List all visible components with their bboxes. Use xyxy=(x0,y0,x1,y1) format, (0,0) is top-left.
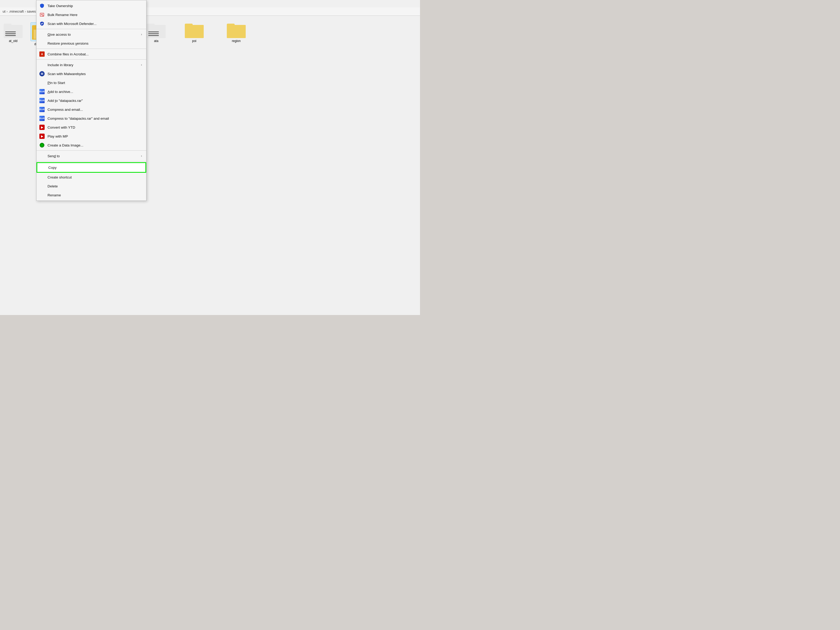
folder-icon-poi xyxy=(185,22,204,38)
copy-icon xyxy=(40,164,46,171)
file-icon-poi[interactable]: poi xyxy=(181,22,207,43)
menu-item-include-library[interactable]: Include in library › xyxy=(36,60,146,69)
menu-item-delete[interactable]: Delete xyxy=(36,182,146,191)
menu-item-restore-versions[interactable]: Restore previous versions xyxy=(36,39,146,48)
compress-datapacks-email-label: Compress to "datapacks.rar" and email xyxy=(47,117,142,120)
shield-icon xyxy=(39,3,45,9)
breadcrumb-partial: ut xyxy=(3,9,6,13)
create-data-image-label: Create a Data Image... xyxy=(47,143,142,147)
folder-icon-ata xyxy=(147,22,166,38)
rename-label: Rename xyxy=(47,193,142,197)
data-image-icon xyxy=(39,142,45,148)
menu-item-give-access[interactable]: Give access to › xyxy=(36,30,146,39)
rename-label-icon xyxy=(39,192,45,198)
delete-icon xyxy=(39,183,45,189)
combine-acrobat-label: Combine files in Acrobat... xyxy=(47,52,142,56)
file-icon-at-old[interactable]: at_old xyxy=(0,22,26,43)
restore-versions-icon xyxy=(39,40,45,46)
menu-item-add-datapacks-rar[interactable]: RAR Add to "datapacks.rar" xyxy=(36,96,146,105)
scan-malwarebytes-label: Scan with Malwarebytes xyxy=(47,72,142,76)
context-menu: Take Ownership A Bulk Rename Here Scan w… xyxy=(36,0,147,201)
separator-2 xyxy=(36,49,146,49)
separator-4 xyxy=(36,150,146,151)
defender-icon xyxy=(39,21,45,27)
create-shortcut-label: Create shortcut xyxy=(47,175,142,179)
acrobat-icon: A xyxy=(39,51,45,57)
separator-5 xyxy=(36,161,146,161)
play-mp-icon: ▶ xyxy=(39,133,45,139)
include-library-icon xyxy=(39,62,45,68)
file-icon-region[interactable]: region xyxy=(223,22,249,43)
folder-icon-at-old xyxy=(4,22,22,38)
copy-label: Copy xyxy=(48,166,141,170)
menu-item-create-shortcut[interactable]: Create shortcut xyxy=(36,173,146,182)
breadcrumb-separator2: › xyxy=(25,9,26,13)
compress-email-label: Compress and email... xyxy=(47,107,142,112)
menu-item-send-to[interactable]: Send to › xyxy=(36,152,146,160)
restore-versions-label: Restore previous versions xyxy=(47,41,142,46)
menu-item-rename[interactable]: Rename xyxy=(36,191,146,199)
separator-1 xyxy=(36,29,146,29)
breadcrumb-saves[interactable]: saves xyxy=(27,9,36,13)
take-ownership-label: Take Ownership xyxy=(47,4,142,8)
add-archive-label: Add to archive... xyxy=(47,90,142,94)
pin-start-icon xyxy=(39,80,45,85)
menu-item-compress-datapacks-email[interactable]: RAR Compress to "datapacks.rar" and emai… xyxy=(36,114,146,123)
menu-item-convert-ytd[interactable]: ▶ Convert with YTD xyxy=(36,123,146,132)
menu-item-play-mp[interactable]: ▶ Play with MP xyxy=(36,132,146,141)
file-label-region: region xyxy=(232,39,240,43)
menu-item-scan-malwarebytes[interactable]: M Scan with Malwarebytes xyxy=(36,69,146,78)
malwarebytes-icon: M xyxy=(39,71,45,77)
compress-datapacks-email-icon: RAR xyxy=(39,115,45,121)
menu-item-combine-acrobat[interactable]: A Combine files in Acrobat... xyxy=(36,50,146,58)
rename-icon: A xyxy=(39,12,45,17)
give-access-arrow: › xyxy=(141,33,142,36)
menu-item-scan-defender[interactable]: Scan with Microsoft Defender... xyxy=(36,19,146,28)
breadcrumb-separator: › xyxy=(6,9,8,13)
add-archive-icon: RAR xyxy=(39,89,45,95)
separator-3 xyxy=(36,59,146,60)
convert-ytd-label: Convert with YTD xyxy=(47,125,142,129)
scan-defender-label: Scan with Microsoft Defender... xyxy=(47,22,142,26)
menu-item-create-data-image[interactable]: Create a Data Image... xyxy=(36,141,146,150)
create-shortcut-icon xyxy=(39,174,45,180)
include-library-label: Include in library xyxy=(47,63,139,67)
menu-item-pin-start[interactable]: Pin to Start xyxy=(36,78,146,87)
pin-start-label: Pin to Start xyxy=(47,81,142,85)
send-to-arrow: › xyxy=(141,154,142,158)
play-mp-label: Play with MP xyxy=(47,134,142,138)
menu-item-compress-email[interactable]: RAR Compress and email... xyxy=(36,105,146,114)
ytd-icon: ▶ xyxy=(39,125,45,130)
give-access-icon xyxy=(39,32,45,37)
svg-text:A: A xyxy=(42,15,44,17)
include-library-arrow: › xyxy=(141,63,142,67)
send-to-label: Send to xyxy=(47,154,139,158)
file-label-at-old: at_old xyxy=(9,39,17,43)
delete-label: Delete xyxy=(47,184,142,188)
give-access-label: Give access to xyxy=(47,33,139,36)
send-to-icon xyxy=(39,153,45,159)
add-datapacks-rar-label: Add to "datapacks.rar" xyxy=(47,99,142,103)
menu-item-copy[interactable]: Copy xyxy=(36,162,146,173)
menu-item-bulk-rename[interactable]: A Bulk Rename Here xyxy=(36,10,146,19)
file-label-poi: poi xyxy=(192,39,196,43)
menu-item-add-archive[interactable]: RAR Add to archive... xyxy=(36,87,146,96)
breadcrumb-minecraft[interactable]: .minecraft xyxy=(9,9,24,13)
folder-icon-region xyxy=(227,22,246,38)
file-icon-ata[interactable]: ata xyxy=(143,22,169,43)
add-datapacks-rar-icon: RAR xyxy=(39,98,45,103)
compress-email-icon: RAR xyxy=(39,107,45,112)
bulk-rename-label: Bulk Rename Here xyxy=(47,13,142,17)
menu-item-take-ownership[interactable]: Take Ownership xyxy=(36,1,146,10)
file-label-ata: ata xyxy=(154,39,159,43)
